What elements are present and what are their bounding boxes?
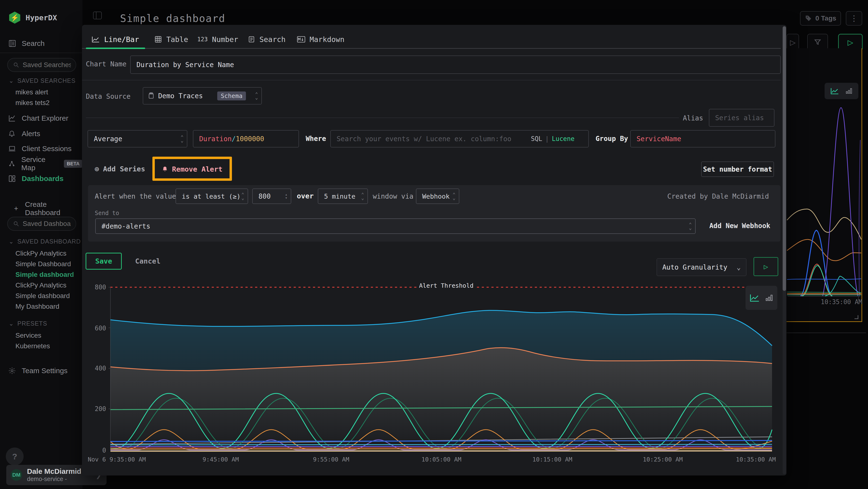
sidebar-collapse-icon[interactable] bbox=[93, 11, 102, 19]
resize-handle[interactable] bbox=[855, 315, 858, 319]
dashboard-item[interactable]: ClickPy Analytics bbox=[16, 250, 66, 257]
background-chart-type-toggle[interactable] bbox=[825, 83, 858, 99]
chart-type-toggle[interactable] bbox=[745, 286, 777, 310]
preset-item[interactable]: Kubernetes bbox=[16, 342, 50, 350]
chart-name-input[interactable] bbox=[130, 56, 781, 74]
chart-name-label: Chart Name bbox=[86, 60, 127, 68]
preset-item[interactable]: Services bbox=[16, 332, 41, 339]
tab-line-bar[interactable]: Line/Bar bbox=[92, 32, 139, 47]
dashboard-item[interactable]: Simple Dashboard bbox=[16, 260, 71, 268]
bar-chart-icon[interactable] bbox=[845, 87, 852, 95]
saved-search-item[interactable]: mikes tets2 bbox=[16, 99, 50, 107]
divider bbox=[86, 118, 679, 118]
sidebar-item-dashboards[interactable]: Dashboards bbox=[0, 172, 83, 185]
run-query-button[interactable]: ▷ bbox=[753, 257, 778, 276]
saved-searches-field[interactable] bbox=[23, 61, 71, 69]
x-tick: 10:25:00 AM bbox=[643, 456, 683, 463]
avatar: DM bbox=[10, 469, 22, 481]
gear-icon bbox=[8, 367, 17, 375]
tab-search[interactable]: Search bbox=[248, 32, 285, 47]
plus-circle-icon: ⊕ bbox=[94, 164, 99, 174]
dashboard-item[interactable]: ClickPy Analytics bbox=[16, 282, 66, 289]
tab-table[interactable]: Table bbox=[154, 32, 188, 47]
tab-number[interactable]: 123 Number bbox=[197, 32, 238, 47]
send-to-select[interactable]: #demo-alerts ⌃⌄ bbox=[95, 219, 695, 234]
remove-alert-button[interactable]: Remove Alert bbox=[157, 162, 227, 177]
alert-condition-select[interactable]: is at least (≥) ⌃⌄ bbox=[176, 189, 248, 204]
cancel-button[interactable]: Cancel bbox=[133, 253, 162, 269]
aggregation-function-select[interactable]: Average ⌃⌄ bbox=[88, 130, 187, 147]
data-source-select[interactable]: Demo Traces Schema ⌃⌄ bbox=[143, 87, 262, 105]
background-next-tile bbox=[786, 333, 866, 489]
sidebar-item-search[interactable]: Search bbox=[0, 37, 83, 50]
sql-mode-toggle[interactable]: SQL bbox=[531, 135, 542, 142]
aggregation-field-input[interactable]: Duration / 1000000 bbox=[193, 130, 299, 147]
granularity-select[interactable]: Auto Granularity ⌄ bbox=[656, 258, 746, 276]
alert-window-select[interactable]: 5 minute ⌃⌄ bbox=[318, 189, 368, 204]
saved-searches-input[interactable] bbox=[7, 58, 76, 72]
saved-dashboards-field[interactable] bbox=[23, 220, 71, 228]
markdown-icon bbox=[297, 36, 305, 43]
brand-name: HyperDX bbox=[26, 13, 57, 22]
tab-markdown[interactable]: Markdown bbox=[297, 32, 345, 47]
alert-threshold-input[interactable]: 800 ▴▾ bbox=[252, 189, 291, 204]
sidebar: ⚡ HyperDX Search ⌄ SAVED SEARCHES mikes … bbox=[0, 0, 83, 489]
divider bbox=[82, 80, 781, 80]
line-chart-icon[interactable] bbox=[750, 293, 760, 302]
x-tick: 10:05:00 AM bbox=[422, 456, 462, 463]
saved-search-item[interactable]: mikes alert bbox=[16, 88, 48, 96]
saved-dashboards-header[interactable]: ⌄ SAVED DASHBOARDS bbox=[9, 238, 81, 245]
line-chart-icon[interactable] bbox=[830, 87, 839, 95]
y-tick: 600 bbox=[87, 325, 106, 332]
saved-dashboards-input[interactable] bbox=[7, 217, 76, 231]
dashboard-item[interactable]: My Dashboard bbox=[16, 303, 59, 310]
series-amber bbox=[111, 449, 772, 449]
help-button[interactable]: ? bbox=[6, 448, 24, 465]
add-new-webhook-button[interactable]: Add New Webhook bbox=[709, 222, 770, 230]
sidebar-item-client-sessions[interactable]: Client Sessions bbox=[0, 142, 83, 155]
select-chevrons-icon: ⌃⌄ bbox=[255, 92, 258, 99]
scrollbar-thumb[interactable] bbox=[783, 26, 786, 291]
alert-threshold-label: Alert Threshold bbox=[416, 282, 476, 290]
search-doc-icon bbox=[8, 39, 17, 48]
chart-editor-modal: Line/Bar Table 123 Number Search Markdow… bbox=[82, 25, 786, 476]
dashboard-item[interactable]: Simple dashboard bbox=[16, 292, 70, 300]
lucene-mode-toggle[interactable]: Lucene bbox=[552, 135, 575, 142]
alert-config-panel: Alert when the value is at least (≥) ⌃⌄ … bbox=[88, 185, 780, 241]
alert-channel-select[interactable]: Webhook ⌃⌄ bbox=[416, 189, 459, 204]
schema-badge: Schema bbox=[217, 91, 246, 100]
select-chevrons-icon: ⌃⌄ bbox=[689, 223, 692, 230]
kebab-menu-button[interactable]: ⋮ bbox=[846, 11, 862, 26]
chevron-down-icon: ⌄ bbox=[9, 77, 14, 84]
set-number-format-button[interactable]: Set number format bbox=[701, 162, 774, 177]
bell-icon bbox=[8, 130, 17, 137]
bar-chart-icon[interactable] bbox=[765, 294, 773, 302]
presets-header[interactable]: ⌄ PRESETS bbox=[9, 320, 47, 327]
number-stepper[interactable]: ▴▾ bbox=[285, 193, 287, 200]
table-icon bbox=[154, 35, 162, 43]
y-tick: 0 bbox=[87, 447, 106, 454]
tag-icon bbox=[805, 15, 812, 22]
sidebar-item-service-map[interactable]: Service Map BETA bbox=[0, 157, 83, 170]
tags-button[interactable]: 0 Tags bbox=[800, 11, 841, 26]
x-tick: 10:15:00 AM bbox=[532, 456, 572, 463]
add-series-button[interactable]: ⊕ Add Series bbox=[94, 164, 145, 174]
dashboard-item-active[interactable]: Simple dashboard bbox=[16, 271, 74, 279]
sidebar-item-alerts[interactable]: Alerts bbox=[0, 127, 83, 141]
chevron-down-icon: ⌄ bbox=[737, 263, 741, 271]
tab-underline-track bbox=[82, 48, 781, 49]
sidebar-item-team-settings[interactable]: Team Settings bbox=[0, 364, 83, 377]
alias-label: Alias bbox=[683, 114, 703, 122]
saved-searches-header[interactable]: ⌄ SAVED SEARCHES bbox=[9, 77, 75, 84]
dashboards-icon bbox=[8, 175, 17, 182]
save-button[interactable]: Save bbox=[86, 253, 122, 269]
page-title: Simple dashboard bbox=[120, 12, 225, 24]
create-dashboard-button[interactable]: + Create Dashboard bbox=[14, 200, 83, 217]
alias-input[interactable] bbox=[709, 109, 774, 127]
group-by-input[interactable]: ServiceName bbox=[630, 130, 775, 147]
sidebar-item-chart-explorer[interactable]: Chart Explorer bbox=[0, 112, 83, 125]
database-icon bbox=[148, 92, 154, 99]
where-search-input[interactable]: SQL | Lucene bbox=[330, 130, 589, 147]
plus-icon: + bbox=[14, 204, 18, 213]
brand[interactable]: ⚡ HyperDX bbox=[9, 11, 57, 24]
